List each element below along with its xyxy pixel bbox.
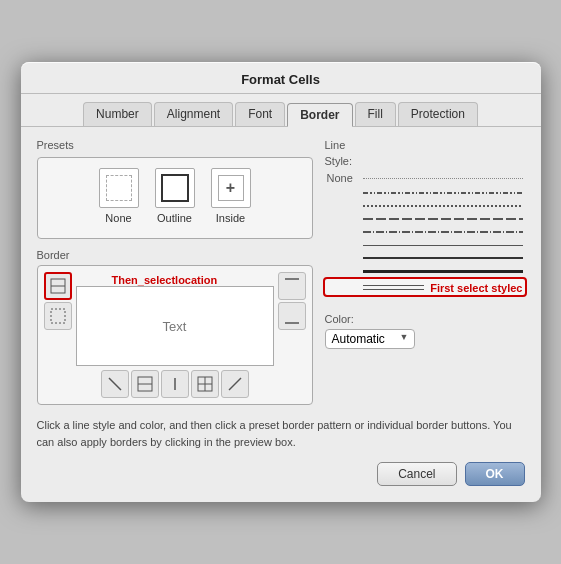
left-panel: Presets None Outline Inside bbox=[37, 139, 313, 405]
line-style-dotted[interactable] bbox=[325, 201, 525, 211]
preset-outline-icon bbox=[155, 168, 195, 208]
svg-line-3 bbox=[109, 378, 121, 390]
line-style-dash-dot-dot[interactable] bbox=[325, 188, 525, 198]
line-preview-dash-dot-dot bbox=[363, 189, 523, 197]
line-style-dash-dot[interactable] bbox=[325, 227, 525, 237]
border-preview-text: Text bbox=[163, 319, 187, 334]
border-btn-bottom-right[interactable] bbox=[278, 302, 306, 330]
line-style-medium[interactable] bbox=[325, 253, 525, 263]
preset-inside-label: Inside bbox=[216, 212, 245, 224]
style-label: Style: bbox=[325, 155, 525, 167]
border-label: Border bbox=[37, 249, 313, 261]
line-preview-double bbox=[363, 283, 425, 291]
border-btn-center-v[interactable] bbox=[161, 370, 189, 398]
annotation-first: First select stylec bbox=[430, 282, 522, 294]
format-cells-dialog: Format Cells Number Alignment Font Borde… bbox=[21, 62, 541, 502]
line-style-none[interactable]: None bbox=[325, 171, 525, 185]
presets-label: Presets bbox=[37, 139, 313, 151]
preset-inside[interactable]: Inside bbox=[211, 168, 251, 224]
line-preview-thick bbox=[363, 267, 523, 275]
preset-inside-icon bbox=[211, 168, 251, 208]
right-panel: Line Style: None bbox=[325, 139, 525, 405]
line-preview-dashed-long bbox=[363, 215, 523, 223]
tab-fill[interactable]: Fill bbox=[355, 102, 396, 126]
main-content: Presets None Outline Inside bbox=[21, 127, 541, 413]
line-none-label: None bbox=[327, 172, 357, 184]
border-area: Then_selectlocation Text bbox=[37, 265, 313, 405]
tab-alignment[interactable]: Alignment bbox=[154, 102, 233, 126]
ok-button[interactable]: OK bbox=[465, 462, 525, 486]
color-value: Automatic bbox=[332, 332, 385, 346]
border-btn-inner-all[interactable] bbox=[191, 370, 219, 398]
line-preview-none bbox=[363, 174, 523, 182]
tab-font[interactable]: Font bbox=[235, 102, 285, 126]
presets-icons: None Outline Inside bbox=[99, 168, 251, 224]
cancel-button[interactable]: Cancel bbox=[377, 462, 456, 486]
hint-text: Click a line style and color, and then c… bbox=[21, 413, 541, 458]
border-btn-diagonal-up[interactable] bbox=[221, 370, 249, 398]
line-styles: None bbox=[325, 171, 525, 295]
color-label: Color: bbox=[325, 313, 525, 325]
border-btn-diagonal-down[interactable] bbox=[101, 370, 129, 398]
line-style-double[interactable]: First select stylec bbox=[325, 279, 525, 295]
dropdown-arrow-icon: ▼ bbox=[400, 332, 409, 342]
border-buttons-right bbox=[278, 272, 306, 398]
border-btn-top-left[interactable] bbox=[44, 272, 72, 300]
line-preview-dotted bbox=[363, 202, 523, 210]
line-label: Line bbox=[325, 139, 525, 151]
color-dropdown[interactable]: Automatic ▼ bbox=[325, 329, 415, 349]
line-style-thick[interactable] bbox=[325, 266, 525, 276]
svg-rect-2 bbox=[51, 309, 65, 323]
line-preview-medium bbox=[363, 254, 523, 262]
tab-bar: Number Alignment Font Border Fill Protec… bbox=[21, 94, 541, 127]
preset-none-label: None bbox=[105, 212, 131, 224]
border-btn-top-right[interactable] bbox=[278, 272, 306, 300]
line-style-dashed-long[interactable] bbox=[325, 214, 525, 224]
preset-outline[interactable]: Outline bbox=[155, 168, 195, 224]
tab-border[interactable]: Border bbox=[287, 103, 352, 127]
line-preview-dash-dot bbox=[363, 228, 523, 236]
dialog-title: Format Cells bbox=[21, 62, 541, 94]
dialog-footer: Cancel OK bbox=[21, 462, 541, 486]
border-preview[interactable]: Text bbox=[76, 286, 274, 366]
border-btn-inner-h[interactable] bbox=[131, 370, 159, 398]
preset-outline-label: Outline bbox=[157, 212, 192, 224]
preset-none-icon bbox=[99, 168, 139, 208]
line-style-thin[interactable] bbox=[325, 240, 525, 250]
annotation-then: Then_selectlocation bbox=[112, 274, 218, 286]
presets-box: None Outline Inside bbox=[37, 157, 313, 239]
line-preview-thin bbox=[363, 241, 523, 249]
border-buttons-left bbox=[44, 272, 72, 398]
border-buttons-bottom bbox=[101, 370, 249, 398]
svg-line-10 bbox=[229, 378, 241, 390]
color-select: Automatic ▼ bbox=[325, 329, 525, 349]
border-preview-wrap: Then_selectlocation Text bbox=[76, 272, 274, 398]
preset-none[interactable]: None bbox=[99, 168, 139, 224]
tab-protection[interactable]: Protection bbox=[398, 102, 478, 126]
border-btn-middle-left[interactable] bbox=[44, 302, 72, 330]
tab-number[interactable]: Number bbox=[83, 102, 152, 126]
